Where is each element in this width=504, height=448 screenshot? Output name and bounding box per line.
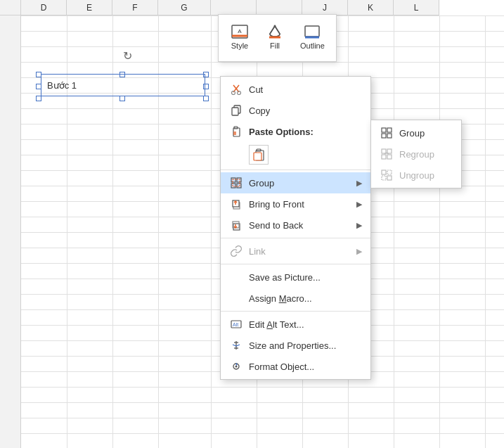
style-button[interactable]: A Style xyxy=(226,20,254,53)
svg-rect-42 xyxy=(387,149,392,153)
send-back-arrow: ▶ xyxy=(356,221,362,230)
rotate-handle[interactable]: ↻ xyxy=(123,49,132,63)
copy-icon xyxy=(229,103,243,117)
group-arrow: ▶ xyxy=(356,179,362,188)
svg-rect-38 xyxy=(387,128,392,132)
menu-item-link: Link ▶ xyxy=(221,241,370,262)
menu-item-send-back[interactable]: Send to Back ▶ xyxy=(221,215,370,236)
submenu-item-regroup: Regroup xyxy=(371,143,461,165)
submenu-item-group[interactable]: Group xyxy=(371,122,461,143)
separator-3 xyxy=(221,264,370,264)
col-d: D xyxy=(21,0,67,15)
svg-rect-47 xyxy=(382,176,386,180)
handle-bottom-right[interactable] xyxy=(203,96,209,101)
size-properties-icon xyxy=(229,338,243,352)
alt-text-icon: Alt xyxy=(229,317,243,331)
submenu-group-icon xyxy=(380,126,394,140)
menu-item-group[interactable]: Group ▶ xyxy=(221,172,370,193)
svg-rect-43 xyxy=(382,155,386,159)
format-toolbar: A Style Fill xyxy=(218,14,337,62)
submenu-ungroup-label: Ungroup xyxy=(399,170,434,181)
svg-rect-5 xyxy=(305,26,319,37)
cut-icon xyxy=(229,82,243,96)
shape-box[interactable]: Bước 1 xyxy=(41,74,205,96)
assign-macro-label: Assign Macro... xyxy=(249,293,362,304)
menu-item-assign-macro[interactable]: Assign Macro... xyxy=(221,288,370,309)
menu-item-copy[interactable]: Copy xyxy=(221,100,370,121)
svg-rect-21 xyxy=(231,184,235,188)
submenu-group-label: Group xyxy=(399,128,425,139)
assign-macro-icon xyxy=(229,291,243,305)
menu-item-cut[interactable]: Cut xyxy=(221,79,370,100)
menu-item-size-properties[interactable]: Size and Properties... xyxy=(221,335,370,356)
handle-bottom-left[interactable] xyxy=(36,96,41,101)
separator-4 xyxy=(221,311,370,312)
menu-item-format-object[interactable]: Format Object... xyxy=(221,356,370,377)
send-back-icon xyxy=(229,218,243,232)
svg-rect-37 xyxy=(382,128,386,132)
paste-option-btn[interactable] xyxy=(249,145,269,165)
svg-rect-20 xyxy=(237,178,241,182)
svg-rect-19 xyxy=(231,178,235,182)
bring-front-arrow: ▶ xyxy=(356,200,362,209)
menu-item-alt-text[interactable]: Alt Edit Alt Text... xyxy=(221,314,370,335)
copy-label: Copy xyxy=(249,105,362,116)
row-headers xyxy=(0,15,21,448)
context-menu: Cut Copy Paste Options: xyxy=(220,76,371,380)
spreadsheet: D E F G J K L ↻ xyxy=(0,0,504,448)
style-label: Style xyxy=(231,41,248,50)
submenu-regroup-icon xyxy=(380,147,394,161)
format-object-icon xyxy=(229,359,243,373)
size-properties-label: Size and Properties... xyxy=(249,340,362,351)
paste-options-label: Paste Options: xyxy=(249,127,362,137)
paste-icon xyxy=(229,124,243,139)
link-label: Link xyxy=(249,246,356,257)
svg-rect-15 xyxy=(233,132,236,135)
svg-rect-12 xyxy=(232,108,238,115)
col-f: F xyxy=(112,0,158,15)
col-h xyxy=(211,0,257,15)
submenu-item-ungroup: Ungroup xyxy=(371,165,461,186)
svg-rect-18 xyxy=(254,153,261,160)
column-headers: D E F G J K L xyxy=(0,0,504,15)
svg-rect-23 xyxy=(233,179,240,186)
save-picture-icon xyxy=(229,270,243,284)
col-k: K xyxy=(348,0,394,15)
col-i xyxy=(257,0,302,15)
svg-rect-22 xyxy=(237,184,241,188)
fill-icon xyxy=(265,23,285,40)
fill-button[interactable]: Fill xyxy=(261,20,289,53)
submenu-regroup-label: Regroup xyxy=(399,149,434,160)
fill-label: Fill xyxy=(270,41,280,50)
menu-item-save-picture[interactable]: Save as Picture... xyxy=(221,267,370,288)
svg-rect-41 xyxy=(382,149,386,153)
bring-front-label: Bring to Front xyxy=(249,199,356,210)
alt-text-label: Edit Alt Text... xyxy=(249,319,362,330)
toolbar-buttons: A Style Fill xyxy=(226,20,329,53)
outline-button[interactable]: Outline xyxy=(296,20,329,53)
paste-icon-box xyxy=(249,145,362,165)
cut-label: Cut xyxy=(249,84,362,95)
col-g: G xyxy=(158,0,211,15)
svg-text:A: A xyxy=(238,28,242,34)
link-arrow: ▶ xyxy=(356,247,362,256)
svg-rect-45 xyxy=(382,170,386,174)
svg-rect-46 xyxy=(387,176,392,180)
separator-2 xyxy=(221,238,370,238)
col-j: J xyxy=(302,0,348,15)
send-back-label: Send to Back xyxy=(249,220,356,231)
svg-rect-44 xyxy=(387,155,392,159)
handle-bottom-center[interactable] xyxy=(119,96,125,101)
col-e: E xyxy=(67,0,112,15)
outline-label: Outline xyxy=(300,41,325,50)
format-object-label: Format Object... xyxy=(249,361,362,372)
save-picture-label: Save as Picture... xyxy=(249,272,362,283)
svg-rect-39 xyxy=(382,134,386,138)
shape-container[interactable]: ↻ Bước 1 xyxy=(39,63,221,105)
bring-front-icon xyxy=(229,197,243,211)
menu-item-bring-front[interactable]: Bring to Front ▶ xyxy=(221,193,370,215)
menu-item-paste-options-label: Paste Options: xyxy=(221,121,370,142)
paste-icon-row xyxy=(221,142,370,167)
separator-1 xyxy=(221,169,370,170)
svg-text:Alt: Alt xyxy=(233,322,238,327)
